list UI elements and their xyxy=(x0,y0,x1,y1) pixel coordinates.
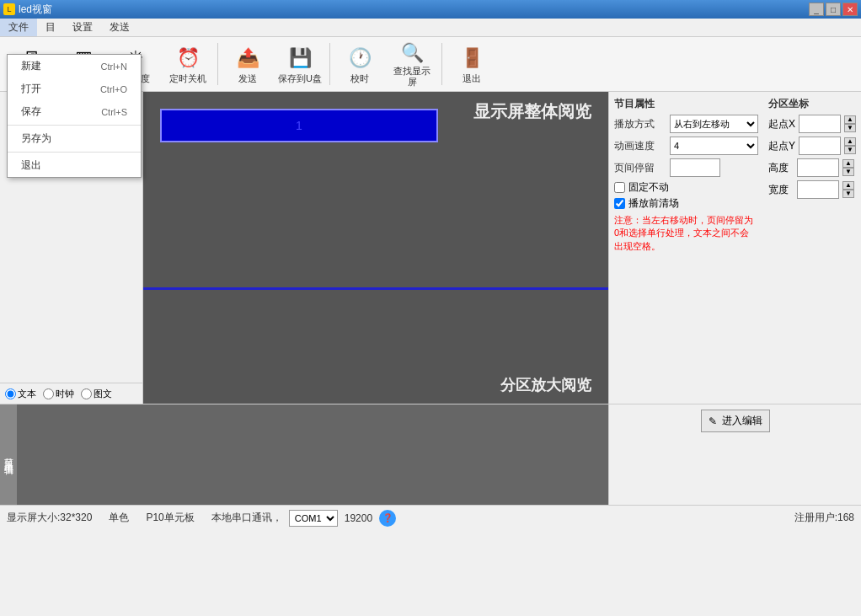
start-x-spin[interactable]: ▲ ▼ xyxy=(844,115,856,132)
content-area: 显示屏整体阅览 1 分区放大阅览 xyxy=(143,92,608,404)
radio-clock[interactable]: 时钟 xyxy=(43,388,74,400)
calibrate-label: 校时 xyxy=(350,73,369,84)
menu-save[interactable]: 保存 Ctrl+S xyxy=(8,100,141,123)
start-y-spin-down[interactable]: ▼ xyxy=(844,146,856,154)
title-bar: L led视窗 _ □ ✕ xyxy=(0,0,861,19)
coord-section: 分区坐标 起点X 0 ▲ ▼ 起点Y 0 ▲ ▼ xyxy=(768,97,856,253)
page-pause-input[interactable]: 0 xyxy=(670,158,720,177)
start-y-input[interactable]: 0 xyxy=(799,137,841,155)
screen-size-label: 显示屏大小:32*320 xyxy=(7,511,92,525)
radio-text[interactable]: 文本 xyxy=(5,388,36,400)
window-controls[interactable]: _ □ ✕ xyxy=(809,3,858,16)
playback-select[interactable]: 从右到左移动 从左到右移动 静止 向上移动 xyxy=(670,115,758,133)
start-y-spin-up[interactable]: ▲ xyxy=(844,137,856,146)
play-clear-checkbox-row: 播放前清场 xyxy=(614,196,758,211)
fixed-checkbox[interactable] xyxy=(614,182,625,193)
toolbar-send[interactable]: 📤 发送 xyxy=(223,40,272,88)
enter-edit-icon: ✎ xyxy=(709,415,717,427)
timer-shutdown-label: 定时关机 xyxy=(169,73,206,84)
toolbar-calibrate[interactable]: 🕐 校时 xyxy=(335,40,384,88)
properties-title: 节目属性 xyxy=(614,97,758,111)
port-label: 本地串口通讯， xyxy=(211,511,282,525)
fixed-label: 固定不动 xyxy=(628,180,669,195)
led-display-text: 1 xyxy=(296,119,302,132)
menu-file[interactable]: 文件 xyxy=(0,19,37,36)
screen-preview-top-label: 显示屏整体阅览 xyxy=(473,100,591,123)
maximize-button[interactable]: □ xyxy=(826,3,841,16)
exit-icon: 🚪 xyxy=(458,45,485,72)
start-x-spin-up[interactable]: ▲ xyxy=(844,115,856,124)
height-spin[interactable]: ▲ ▼ xyxy=(842,159,854,176)
sidebar-radio-group: 文本 时钟 图文 xyxy=(0,383,142,404)
page-pause-label: 页间停留 xyxy=(614,161,665,175)
send-icon: 📤 xyxy=(234,45,261,72)
module-label: P10单元板 xyxy=(146,511,194,525)
program-content xyxy=(17,404,608,505)
screen-preview-bottom-label: 分区放大阅览 xyxy=(500,375,591,395)
toolbar-exit[interactable]: 🚪 退出 xyxy=(447,40,496,88)
close-button[interactable]: ✕ xyxy=(842,3,858,16)
calibrate-icon: 🕐 xyxy=(346,45,373,72)
start-x-row: 起点X 0 ▲ ▼ xyxy=(768,115,856,133)
save-usb-icon: 💾 xyxy=(286,45,313,72)
minimize-button[interactable]: _ xyxy=(809,3,824,16)
start-y-spin[interactable]: ▲ ▼ xyxy=(844,137,856,154)
menu-bar: 文件 目 设置 发送 xyxy=(0,19,861,37)
menu-catalog[interactable]: 目 xyxy=(37,19,64,36)
height-spin-down[interactable]: ▼ xyxy=(842,168,854,176)
width-label: 宽度 xyxy=(768,183,794,197)
height-spin-up[interactable]: ▲ xyxy=(842,159,854,168)
play-clear-label: 播放前清场 xyxy=(628,196,679,211)
width-input[interactable]: 320 xyxy=(797,180,839,199)
enter-edit-button[interactable]: ✎ 进入编辑 xyxy=(701,410,770,432)
coord-title: 分区坐标 xyxy=(768,97,856,111)
toolbar-sep-2 xyxy=(329,43,330,85)
start-x-spin-down[interactable]: ▼ xyxy=(844,124,856,132)
anim-speed-select[interactable]: 4 123 56 xyxy=(670,137,758,155)
toolbar-find-screen[interactable]: 🔍 查找显示屏 xyxy=(388,40,436,88)
playback-row: 播放方式 从右到左移动 从左到右移动 静止 向上移动 xyxy=(614,115,758,133)
led-display-box: 1 xyxy=(160,109,438,142)
find-screen-label: 查找显示屏 xyxy=(390,66,434,88)
start-x-input[interactable]: 0 xyxy=(799,115,841,133)
page-pause-row: 页间停留 0 xyxy=(614,158,758,177)
start-y-label: 起点Y xyxy=(768,139,795,153)
right-panel: 节目属性 播放方式 从右到左移动 从左到右移动 静止 向上移动 动画速度 4 1… xyxy=(608,92,861,404)
menu-send[interactable]: 发送 xyxy=(101,19,138,36)
screen-preview-bottom: 分区放大阅览 xyxy=(143,290,608,404)
menu-separator xyxy=(8,125,141,126)
anim-speed-label: 动画速度 xyxy=(614,139,665,153)
window-title: led视窗 xyxy=(19,3,52,17)
start-x-label: 起点X xyxy=(768,117,795,131)
program-list-area: 节目播单编辑 ✎ 进入编辑 xyxy=(0,404,861,505)
status-action-icon[interactable]: ❓ xyxy=(379,510,396,527)
menu-separator-2 xyxy=(8,152,141,153)
height-input[interactable]: 32 xyxy=(797,158,839,177)
baud-rate-label: 19200 xyxy=(345,512,372,524)
com-select[interactable]: COM1 COM2 COM3 xyxy=(289,510,338,527)
properties-section: 节目属性 播放方式 从右到左移动 从左到右移动 静止 向上移动 动画速度 4 1… xyxy=(614,97,758,253)
toolbar-sep-3 xyxy=(441,43,442,85)
menu-new[interactable]: 新建 Ctrl+N xyxy=(8,55,141,78)
file-dropdown: 新建 Ctrl+N 打开 Ctrl+O 保存 Ctrl+S 另存为 退出 xyxy=(7,54,142,178)
play-clear-checkbox[interactable] xyxy=(614,198,625,209)
radio-graphic[interactable]: 图文 xyxy=(81,388,112,400)
toolbar-save-usb[interactable]: 💾 保存到U盘 xyxy=(275,40,324,88)
toolbar-timer-shutdown[interactable]: ⏰ 定时关机 xyxy=(163,40,212,88)
send-label: 发送 xyxy=(238,73,257,84)
menu-open[interactable]: 打开 Ctrl+O xyxy=(8,78,141,100)
title-bar-left: L led视窗 xyxy=(3,3,52,17)
width-spin[interactable]: ▲ ▼ xyxy=(842,181,854,198)
enter-edit-label: 进入编辑 xyxy=(722,414,762,428)
anim-speed-row: 动画速度 4 123 56 xyxy=(614,137,758,155)
save-usb-label: 保存到U盘 xyxy=(278,73,322,84)
menu-save-as[interactable]: 另存为 xyxy=(8,127,141,150)
status-bar: 显示屏大小:32*320 单色 P10单元板 本地串口通讯， COM1 COM2… xyxy=(0,505,861,530)
menu-settings[interactable]: 设置 xyxy=(64,19,101,36)
width-spin-down[interactable]: ▼ xyxy=(842,190,854,198)
height-label: 高度 xyxy=(768,161,794,175)
menu-exit[interactable]: 退出 xyxy=(8,154,141,177)
width-spin-up[interactable]: ▲ xyxy=(842,181,854,190)
timer-shutdown-icon: ⏰ xyxy=(174,45,201,72)
start-y-row: 起点Y 0 ▲ ▼ xyxy=(768,137,856,155)
